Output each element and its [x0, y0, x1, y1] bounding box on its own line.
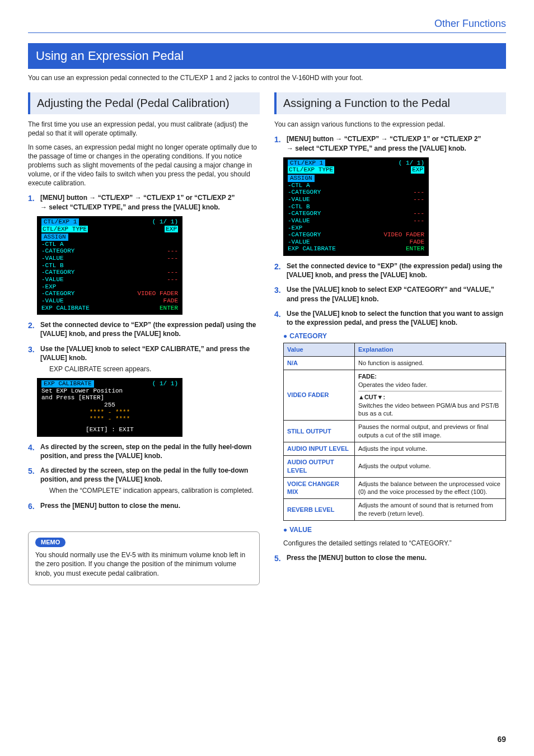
ssr-r2l: -VALUE [288, 196, 310, 203]
ss1-r5v: --- [167, 276, 178, 283]
right-p1: You can assign various functions to the … [274, 120, 506, 129]
ssr-r4v: --- [413, 210, 424, 217]
cell-na-e: No function is assigned. [355, 357, 506, 370]
table-row: STILL OUTPUT Pauses the normal output, a… [284, 421, 506, 442]
ss1-r9v: ENTER [160, 305, 178, 312]
step6-body: Press the [MENU] button to close the men… [40, 501, 260, 512]
value-para: Configures the detailed settings related… [283, 539, 506, 548]
step1-line2: → select “CTL/EXP TYPE,” and press the [… [40, 203, 220, 211]
rstep1-line2: → select “CTL/EXP TYPE,” and press the [… [287, 144, 466, 152]
left-column: Adjusting the Pedal (Pedal Calibration) … [28, 92, 260, 585]
left-p1: The first time you use an expression ped… [28, 120, 260, 138]
ssr-r3l: -CTL B [288, 203, 310, 211]
step3-after: EXP CALIBRATE screen appears. [49, 365, 260, 374]
screenshot-ctl-exp-right: CTL/EXP 1( 1/ 1) CTL/EXP TYPEEXP ASSIGN … [283, 157, 429, 256]
rstep3-body: Use the [VALUE] knob to select EXP “CATE… [287, 285, 506, 303]
memo-box: MEMO You should normally use the EV-5 wi… [28, 531, 260, 585]
cell-so-e: Pauses the normal output, and previews o… [355, 421, 506, 442]
screenshot-ctl-exp: CTL/EXP 1( 1/ 1) CTL/EXP TYPEEXP ASSIGN … [37, 216, 182, 315]
table-row: N/A No function is assigned. [284, 357, 506, 370]
cell-ail-e: Adjusts the input volume. [355, 442, 506, 455]
rstep5-body: Press the [MENU] button to close the men… [287, 553, 506, 564]
ssr-r1l: -CATEGORY [288, 189, 321, 196]
ss1-r2l: -VALUE [41, 255, 64, 262]
left-p2: In some cases, an expression pedal might… [28, 143, 260, 188]
step-number: 4. [28, 442, 37, 460]
step-number: 3. [274, 285, 283, 303]
th-value: Value [284, 343, 355, 357]
right-step-1: 1. [MENU] button → “CTL/EXP” → “CTL/EXP … [274, 134, 506, 152]
cell-vcm-v: VOICE CHANGER MIX [284, 477, 355, 499]
ss1-r8l: -VALUE [41, 297, 64, 305]
step3-body: Use the [VALUE] knob to select “EXP CALI… [40, 345, 250, 362]
step-number: 3. [28, 344, 37, 374]
ssr-title: CTL/EXP 1 [288, 160, 325, 167]
left-heading: Adjusting the Pedal (Pedal Calibration) [28, 92, 260, 114]
cell-aol-v: AUDIO OUTPUT LEVEL [284, 455, 355, 477]
step-number: 1. [28, 193, 37, 211]
screenshot-exp-calibrate: EXP CALIBRATE( 1/ 1) Set EXP Lower Posit… [37, 378, 182, 436]
cell-ail-v: AUDIO INPUT LEVEL [284, 442, 355, 455]
right-step-3: 3. Use the [VALUE] knob to select EXP “C… [274, 285, 506, 303]
step-number: 2. [28, 320, 37, 338]
cell-na-v: N/A [284, 357, 355, 370]
ss1-r1l: -CATEGORY [41, 248, 74, 255]
left-step-1: 1. [MENU] button → “CTL/EXP” → “CTL/EXP … [28, 193, 260, 211]
ssr-r0l: -CTL A [288, 182, 310, 189]
ss1-r6l: -EXP [41, 283, 56, 291]
ssr-r9v: ENTER [406, 245, 424, 253]
memo-text: You should normally use the EV-5 with it… [35, 550, 252, 578]
vf-e1: FADE: [358, 373, 377, 380]
ssr-r9l: EXP CALIBRATE [288, 245, 336, 253]
ss2-exit: [EXIT] : EXIT [41, 426, 178, 433]
step-number: 1. [274, 134, 283, 152]
table-row: AUDIO OUTPUT LEVEL Adjusts the output vo… [284, 455, 506, 477]
ss2-line2: and Press [ENTER] [41, 394, 178, 402]
ss1-r5l: -VALUE [41, 276, 64, 283]
header-rule [28, 32, 506, 33]
section-header: Other Functions [28, 17, 506, 32]
ssr-r7l: -CATEGORY [288, 231, 321, 239]
ss1-r7v: VIDEO FADER [137, 290, 178, 297]
ss1-r2v: --- [167, 255, 178, 262]
rstep2-body: Set the connected device to “EXP” (the e… [287, 262, 506, 279]
cell-vcm-e: Adjusts the balance between the unproces… [355, 477, 506, 499]
ssr-r8l: -VALUE [288, 239, 310, 246]
cell-aol-e: Adjusts the output volume. [355, 455, 506, 477]
ssr-r1v: --- [413, 189, 424, 196]
ss1-r8v: FADE [163, 297, 178, 305]
step5-body: As directed by the screen, step on the p… [40, 466, 248, 483]
ss2-bars2: **** - **** [41, 416, 178, 423]
ss1-r0l: -CTL A [41, 241, 64, 248]
right-step-4: 4. Use the [VALUE] knob to select the fu… [274, 309, 506, 327]
page-title-bar: Using an Expression Pedal [28, 43, 506, 69]
cell-vf-e: FADE: Operates the video fader. ▲CUT▼: S… [355, 370, 506, 421]
step-number: 5. [274, 553, 283, 564]
left-step-4: 4. As directed by the screen, step on th… [28, 442, 260, 460]
ss2-line1: Set EXP Lower Position [41, 388, 178, 395]
step-number: 5. [28, 466, 37, 496]
ss1-r7l: -CATEGORY [41, 290, 74, 297]
right-step-5: 5. Press the [MENU] button to close the … [274, 553, 506, 564]
step-number: 2. [274, 262, 283, 279]
ss1-assign: ASSIGN [41, 234, 68, 241]
value-subheading: VALUE [283, 525, 506, 534]
vf-e3: ▲CUT▼: [358, 394, 385, 400]
right-step-2: 2. Set the connected device to “EXP” (th… [274, 262, 506, 279]
step1-line1: [MENU] button → “CTL/EXP” → “CTL/EXP 1” … [40, 194, 235, 202]
memo-tag: MEMO [35, 538, 65, 547]
ssr-r6l: -EXP [288, 225, 302, 232]
left-step-2: 2. Set the connected device to “EXP” (th… [28, 320, 260, 338]
ss1-r3l: -CTL B [41, 262, 64, 269]
category-table: Value Explanation N/A No function is ass… [283, 343, 506, 521]
ssr-r5l: -VALUE [288, 217, 310, 225]
ssr-r8v: FADE [410, 239, 424, 246]
cell-rl-v: REVERB LEVEL [284, 499, 355, 521]
intro-paragraph: You can use an expression pedal connecte… [28, 73, 506, 82]
table-row: AUDIO INPUT LEVEL Adjusts the input volu… [284, 442, 506, 455]
ss1-r1v: --- [167, 248, 178, 255]
ssr-assign: ASSIGN [288, 175, 315, 182]
ss1-r9l: EXP CALIBRATE [41, 305, 90, 312]
left-step-3: 3. Use the [VALUE] knob to select “EXP C… [28, 344, 260, 374]
cell-vf-v: VIDEO FADER [284, 370, 355, 421]
